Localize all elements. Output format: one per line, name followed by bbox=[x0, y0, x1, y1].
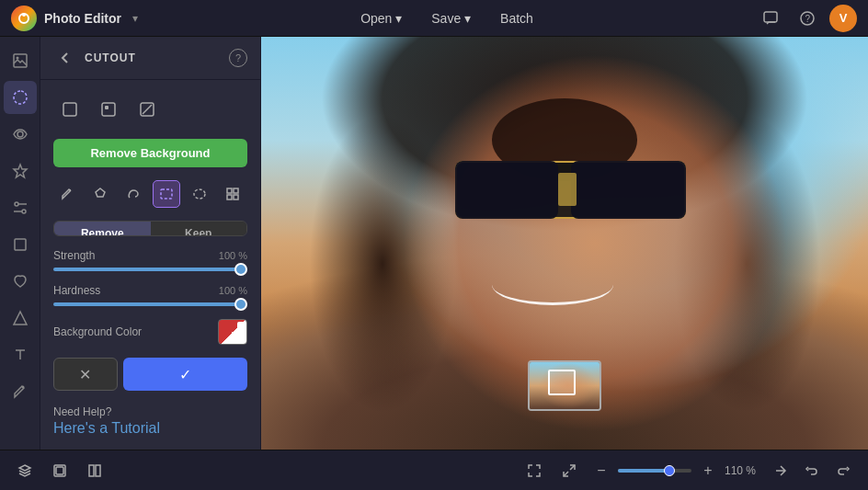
app-logo[interactable] bbox=[11, 6, 37, 31]
grid-bottom-button[interactable] bbox=[81, 457, 108, 484]
zoom-value: 110 % bbox=[725, 464, 760, 477]
strength-slider-row: Strength 100 % bbox=[53, 249, 247, 271]
svg-text:?: ? bbox=[805, 14, 811, 24]
tool-icons-row bbox=[53, 93, 247, 126]
strength-slider[interactable] bbox=[53, 268, 247, 271]
svg-point-7 bbox=[17, 131, 23, 137]
cutout-tool-button[interactable] bbox=[4, 81, 37, 114]
left-icon-bar bbox=[0, 37, 40, 450]
confirm-row: ✕ ✓ bbox=[53, 358, 247, 391]
adjust-button[interactable] bbox=[4, 191, 37, 224]
help-text: Need Help? bbox=[53, 404, 247, 420]
bottom-bar: − + 110 % bbox=[0, 450, 868, 490]
remove-keep-toggle: Remove Keep bbox=[53, 221, 247, 236]
image-tool-button[interactable] bbox=[4, 44, 37, 77]
svg-rect-20 bbox=[105, 106, 108, 109]
layers-button[interactable] bbox=[4, 228, 37, 261]
user-avatar[interactable]: V bbox=[829, 5, 857, 32]
reset-zoom-button[interactable] bbox=[767, 457, 794, 484]
hardness-value: 100 % bbox=[219, 285, 247, 296]
svg-marker-8 bbox=[14, 165, 27, 177]
shape-button[interactable] bbox=[4, 302, 37, 335]
view-button[interactable] bbox=[4, 118, 37, 151]
star-button[interactable] bbox=[4, 154, 37, 188]
svg-rect-31 bbox=[56, 467, 63, 474]
svg-line-22 bbox=[143, 105, 152, 114]
svg-point-9 bbox=[15, 202, 18, 206]
mini-preview-selector bbox=[548, 370, 576, 395]
batch-button[interactable]: Batch bbox=[489, 7, 544, 29]
frames-bottom-button[interactable] bbox=[46, 457, 74, 484]
hardness-label: Hardness bbox=[53, 284, 100, 297]
help-icon-button[interactable]: ? bbox=[793, 4, 822, 33]
undo-button[interactable] bbox=[798, 457, 826, 484]
bg-color-row: Background Color bbox=[53, 319, 247, 345]
back-button[interactable] bbox=[53, 46, 77, 70]
panel-help-button[interactable]: ? bbox=[229, 49, 247, 67]
side-panel-content: Remove Background bbox=[40, 80, 260, 450]
side-panel: CUTOUT ? Remove Background bbox=[40, 37, 261, 450]
erase-button[interactable] bbox=[131, 93, 164, 126]
help-section: Need Help? Here's a Tutorial bbox=[53, 404, 247, 437]
bottom-right-buttons bbox=[767, 457, 857, 484]
brush-tools-row bbox=[53, 180, 247, 208]
svg-rect-32 bbox=[89, 465, 94, 476]
hardness-slider-row: Hardness 100 % bbox=[53, 284, 247, 306]
side-panel-header: CUTOUT ? bbox=[40, 37, 260, 80]
lasso-tool-button[interactable] bbox=[120, 180, 147, 208]
pencil-tool-button[interactable] bbox=[53, 180, 81, 208]
cancel-button[interactable]: ✕ bbox=[53, 358, 118, 391]
hardness-slider[interactable] bbox=[53, 302, 247, 306]
confirm-button[interactable]: ✓ bbox=[123, 358, 247, 391]
keep-toggle-button[interactable]: Keep bbox=[151, 222, 247, 235]
strength-value: 100 % bbox=[219, 250, 247, 261]
svg-rect-27 bbox=[234, 188, 238, 193]
svg-marker-14 bbox=[14, 312, 27, 325]
svg-rect-29 bbox=[234, 195, 238, 199]
polygon-tool-button[interactable] bbox=[86, 180, 114, 208]
svg-rect-13 bbox=[15, 239, 26, 250]
svg-line-23 bbox=[70, 189, 71, 191]
svg-rect-2 bbox=[764, 12, 777, 22]
heart-button[interactable] bbox=[4, 265, 37, 298]
remove-background-button[interactable]: Remove Background bbox=[53, 139, 247, 167]
select-tool-button[interactable] bbox=[53, 93, 86, 126]
zoom-plus-button[interactable]: + bbox=[697, 460, 719, 482]
top-nav: Photo Editor ▾ Open ▾ Save ▾ Batch ? V bbox=[0, 0, 868, 37]
svg-rect-33 bbox=[96, 465, 100, 476]
svg-point-1 bbox=[22, 13, 26, 17]
save-button[interactable]: Save ▾ bbox=[420, 7, 482, 29]
expand-button[interactable] bbox=[555, 457, 583, 484]
zoom-control: − + 110 % bbox=[590, 460, 760, 482]
panel-title: CUTOUT bbox=[85, 51, 222, 64]
tutorial-link[interactable]: Here's a Tutorial bbox=[53, 420, 160, 436]
svg-rect-19 bbox=[102, 103, 115, 116]
zoom-slider[interactable] bbox=[618, 469, 691, 473]
svg-point-10 bbox=[22, 210, 26, 213]
remove-toggle-button[interactable]: Remove bbox=[54, 222, 151, 235]
strength-label: Strength bbox=[53, 249, 95, 262]
app-title-chevron[interactable]: ▾ bbox=[132, 12, 138, 25]
text-button[interactable] bbox=[4, 338, 37, 371]
draw-button[interactable] bbox=[4, 375, 37, 408]
chat-icon-button[interactable] bbox=[756, 4, 785, 33]
bg-color-label: Background Color bbox=[53, 325, 142, 338]
svg-point-25 bbox=[194, 189, 205, 199]
zoom-minus-button[interactable]: − bbox=[590, 460, 612, 482]
grid-select-button[interactable] bbox=[219, 180, 246, 208]
ellipse-select-button[interactable] bbox=[186, 180, 213, 208]
canvas-area[interactable] bbox=[261, 37, 868, 450]
rect-select-button[interactable] bbox=[153, 180, 180, 208]
svg-rect-28 bbox=[227, 195, 232, 199]
bg-color-swatch[interactable] bbox=[218, 319, 247, 345]
layers-bottom-button[interactable] bbox=[11, 457, 39, 484]
svg-rect-18 bbox=[63, 103, 76, 116]
magic-select-button[interactable] bbox=[92, 93, 125, 126]
fit-canvas-button[interactable] bbox=[520, 457, 548, 484]
svg-rect-24 bbox=[161, 189, 172, 199]
svg-rect-26 bbox=[227, 188, 232, 193]
open-button[interactable]: Open ▾ bbox=[349, 7, 413, 29]
main-area: CUTOUT ? Remove Background bbox=[0, 37, 868, 450]
mini-preview bbox=[528, 360, 601, 411]
redo-button[interactable] bbox=[829, 457, 857, 484]
